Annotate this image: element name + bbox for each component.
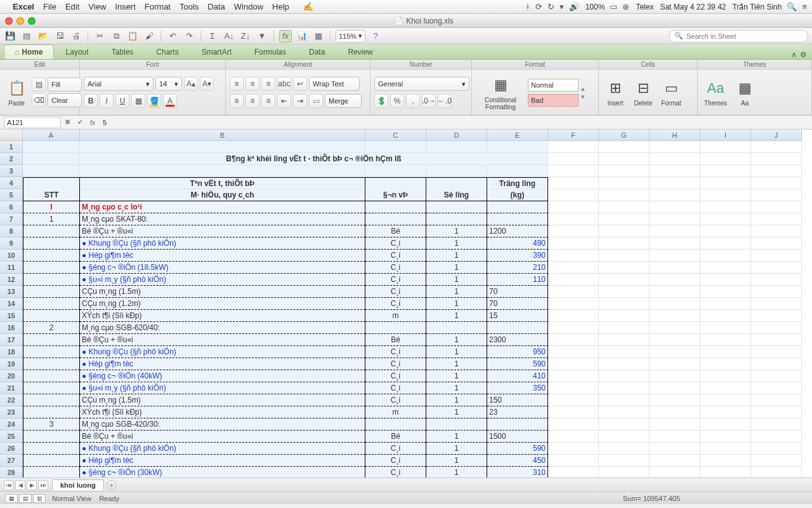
battery-percent[interactable]: 100%	[586, 3, 605, 11]
menu-tools[interactable]: Tools	[180, 2, 199, 11]
wifi-icon[interactable]: ▾	[560, 2, 564, 11]
cell-wt[interactable]: 15	[487, 310, 548, 322]
sync-icon[interactable]: ⟳	[535, 2, 542, 11]
wrap-text-button[interactable]: Wrap Text	[309, 77, 360, 91]
cell[interactable]	[365, 141, 426, 153]
italic-button[interactable]: I	[100, 94, 114, 108]
tab-data[interactable]: Data	[298, 44, 336, 59]
input-method[interactable]: Telex	[636, 3, 653, 11]
cell-stt[interactable]: 2	[23, 322, 80, 334]
row-header-12[interactable]: 12	[0, 274, 23, 286]
cell-unit[interactable]	[365, 322, 426, 334]
indent-inc-icon[interactable]: ⇥	[293, 94, 307, 108]
cell-desc[interactable]: Bé ®Çu + ®u«i	[80, 431, 365, 443]
cell-wt[interactable]: 590	[487, 443, 548, 455]
row-header-18[interactable]: 18	[0, 346, 23, 358]
cell[interactable]	[599, 189, 650, 201]
row-header-22[interactable]: 22	[0, 394, 23, 406]
battery-icon[interactable]: ▭	[610, 2, 617, 11]
cell[interactable]	[599, 358, 650, 370]
indent-dec-icon[interactable]: ⇤	[277, 94, 291, 108]
input-icon[interactable]: ⊕	[622, 2, 629, 11]
cell[interactable]	[700, 334, 751, 346]
cell-wt[interactable]: 390	[487, 250, 548, 262]
row-header-19[interactable]: 19	[0, 358, 23, 370]
cell[interactable]	[548, 322, 599, 334]
col-header-I[interactable]: I	[700, 130, 751, 141]
cell[interactable]	[650, 213, 700, 225]
cell[interactable]	[700, 406, 751, 418]
cell-stt[interactable]	[23, 358, 80, 370]
theme-aa-button[interactable]: ▦Aa	[732, 78, 757, 107]
cell[interactable]	[599, 237, 650, 250]
cell-stt[interactable]: 1	[23, 213, 80, 225]
sort-desc-icon[interactable]: Z↓	[239, 30, 252, 43]
cell[interactable]	[599, 141, 650, 153]
cell[interactable]	[599, 455, 650, 467]
save-icon[interactable]: 💾	[4, 30, 16, 43]
fill-color-button[interactable]: 🪣	[147, 94, 161, 108]
cell-unit[interactable]: Bé	[365, 334, 426, 346]
close-button[interactable]	[5, 17, 13, 25]
cell-wt[interactable]	[487, 418, 548, 431]
align-top-icon[interactable]: ≡	[230, 77, 244, 91]
cell[interactable]	[548, 358, 599, 370]
cell[interactable]	[751, 370, 802, 382]
cell-wt[interactable]: 2300	[487, 334, 548, 346]
tab-smartart[interactable]: SmartArt	[191, 44, 242, 59]
cell[interactable]	[599, 274, 650, 286]
cell-stt[interactable]	[23, 262, 80, 274]
menu-view[interactable]: View	[88, 2, 106, 11]
cell[interactable]	[599, 346, 650, 358]
cell-qty[interactable]	[426, 418, 487, 431]
shrink-font-icon[interactable]: A▾	[200, 77, 214, 91]
cell[interactable]	[599, 418, 650, 431]
cell-qty[interactable]: 1	[426, 274, 487, 286]
delete-cell-button[interactable]: ⊟Delete	[631, 78, 656, 107]
cell[interactable]	[599, 298, 650, 310]
select-all-corner[interactable]	[0, 130, 23, 141]
insert-cell-button[interactable]: ⊞Insert	[603, 78, 628, 107]
cell-unit[interactable]: Bé	[365, 431, 426, 443]
fill-icon[interactable]: ▤	[32, 77, 46, 91]
dec-inc-icon[interactable]: .0→	[422, 94, 436, 108]
cell[interactable]	[650, 322, 700, 334]
cell-wt[interactable]: 110	[487, 274, 548, 286]
cell[interactable]	[751, 250, 802, 262]
timemachine-icon[interactable]: ↻	[547, 2, 554, 11]
cell-qty[interactable]: 1	[426, 250, 487, 262]
cell[interactable]	[700, 250, 751, 262]
conditional-formatting-button[interactable]: ▦ Conditional Formatting	[476, 75, 525, 110]
cell[interactable]	[700, 382, 751, 394]
cell-desc[interactable]: ● §u«i m¸y (§ñ phô kiÖn)	[80, 274, 365, 286]
cell[interactable]	[751, 165, 802, 177]
cell[interactable]	[426, 141, 487, 153]
accept-formula-icon[interactable]: ✔	[74, 118, 86, 126]
cell-desc[interactable]: M¸ng cµo SGB-620/40:	[80, 322, 365, 334]
col-header-J[interactable]: J	[751, 130, 802, 141]
cell-unit[interactable]: C¸i	[365, 467, 426, 478]
cell-stt[interactable]: I	[23, 201, 80, 213]
cell[interactable]	[599, 467, 650, 478]
row-header-1[interactable]: 1	[0, 141, 23, 153]
cell[interactable]	[700, 346, 751, 358]
spotlight-icon[interactable]: 🔍	[787, 2, 797, 11]
brush-icon[interactable]: 🖌	[143, 30, 155, 43]
cell[interactable]	[751, 141, 802, 153]
menu-file[interactable]: File	[43, 2, 56, 11]
cell[interactable]	[751, 382, 802, 394]
cell[interactable]	[80, 165, 365, 177]
format-cell-button[interactable]: ▭Format	[658, 78, 684, 107]
cell[interactable]	[650, 201, 700, 213]
cell[interactable]	[599, 213, 650, 225]
cell[interactable]	[548, 250, 599, 262]
row-header-25[interactable]: 25	[0, 431, 23, 443]
cell[interactable]	[599, 250, 650, 262]
cell[interactable]	[751, 237, 802, 250]
row-header-6[interactable]: 6	[0, 201, 23, 213]
cell-stt[interactable]: 3	[23, 418, 80, 431]
fill-button[interactable]: Fill	[48, 77, 82, 91]
cell[interactable]	[548, 262, 599, 274]
name-box[interactable]: A121	[4, 117, 61, 128]
zoom-control[interactable]: 115%▾	[336, 30, 365, 43]
